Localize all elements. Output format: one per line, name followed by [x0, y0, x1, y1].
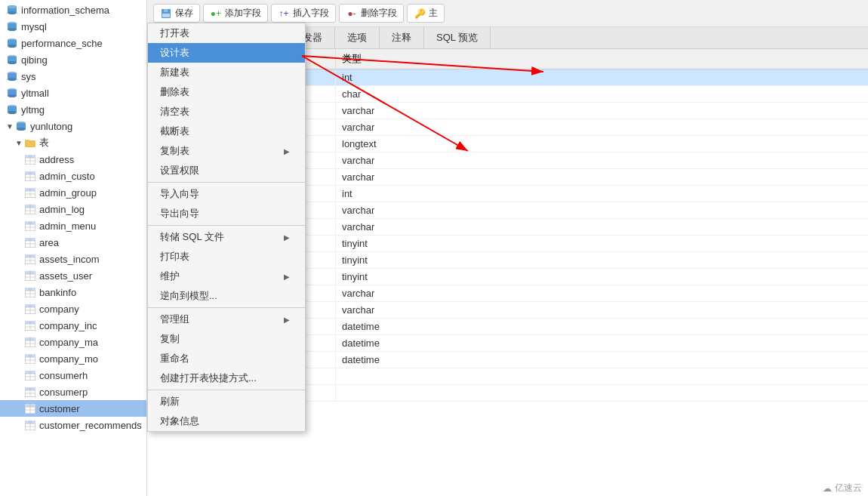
menu-item-design-table[interactable]: 设计表	[148, 43, 305, 63]
save-label: 保存	[175, 7, 193, 20]
menu-item-transfer-sql[interactable]: 转储 SQL 文件 ▶	[148, 227, 305, 247]
sidebar-item-admin_menu[interactable]: admin_menu	[0, 217, 146, 234]
cell-field-type: datetime	[336, 352, 868, 368]
menu-item-clear-table[interactable]: 清空表	[148, 102, 305, 122]
sidebar-item-assets_incom[interactable]: assets_incom	[0, 251, 146, 267]
sidebar-item-mysql[interactable]: mysql	[0, 18, 146, 35]
svg-point-6	[8, 28, 17, 31]
menu-item-open-table[interactable]: 打开表	[148, 23, 305, 43]
svg-point-2	[8, 11, 17, 14]
sidebar-item-company[interactable]: company	[0, 300, 146, 317]
menu-item-copy[interactable]: 复制	[148, 329, 305, 349]
menu-item-delete-table[interactable]: 删除表	[148, 82, 305, 102]
sidebar-item-yunlutong[interactable]: ▼ yunlutong	[0, 118, 146, 134]
sidebar-item-yltmall[interactable]: yltmall	[0, 85, 146, 101]
cell-field-type: datetime	[336, 319, 868, 334]
menu-item-truncate-table[interactable]: 截断表	[148, 122, 305, 141]
menu-item-import-wizard[interactable]: 导入向导	[148, 184, 305, 204]
add-field-icon: ●+	[210, 8, 222, 20]
sidebar-item-sys[interactable]: sys	[0, 68, 146, 85]
sidebar-item-customer_recommends[interactable]: customer_recommends	[0, 417, 146, 433]
sidebar-item-address[interactable]: address	[0, 151, 146, 168]
insert-field-icon: ↑+	[278, 8, 290, 20]
cell-field-type: varchar	[336, 302, 868, 318]
table-icon	[24, 419, 36, 431]
svg-point-12	[8, 61, 17, 64]
svg-rect-113	[164, 9, 168, 12]
key-button[interactable]: 🔑 主	[407, 4, 445, 23]
menu-item-set-permissions[interactable]: 设置权限	[148, 161, 305, 180]
menu-item-rename[interactable]: 重命名	[148, 349, 305, 368]
sidebar-item-company_ma[interactable]: company_ma	[0, 334, 146, 350]
sidebar-item-consumerh[interactable]: consumerh	[0, 367, 146, 384]
db-icon	[6, 4, 18, 16]
sidebar-item-company_mo[interactable]: company_mo	[0, 350, 146, 367]
db-icon	[6, 54, 18, 66]
menu-item-create-shortcut[interactable]: 创建打开表快捷方式...	[148, 368, 305, 388]
add-field-button[interactable]: ●+ 添加字段	[203, 4, 268, 23]
watermark: ☁ 亿速云	[823, 482, 862, 494]
sidebar-item-company_inc[interactable]: company_inc	[0, 317, 146, 334]
sidebar-item-admin_custo[interactable]: admin_custo	[0, 168, 146, 184]
cell-field-type: tinyint	[336, 252, 868, 268]
menu-item-maintenance[interactable]: 维护 ▶	[148, 266, 305, 286]
sidebar-item-label: area	[39, 237, 59, 248]
menu-item-object-info[interactable]: 对象信息	[148, 411, 305, 431]
menu-item-print-table[interactable]: 打印表	[148, 247, 305, 266]
sidebar-item-admin_log[interactable]: admin_log	[0, 201, 146, 217]
menu-item-new-table[interactable]: 新建表	[148, 63, 305, 82]
sidebar-item-consumerp[interactable]: consumerp	[0, 384, 146, 400]
menu-item-export-wizard[interactable]: 导出向导	[148, 204, 305, 223]
svg-point-18	[8, 94, 17, 97]
svg-point-9	[8, 45, 17, 48]
sidebar-item-customer[interactable]: customer	[0, 400, 146, 417]
table-icon	[24, 186, 36, 199]
cell-field-type: varchar	[336, 202, 868, 218]
sidebar-item-assets_user[interactable]: assets_user	[0, 267, 146, 284]
submenu-arrow: ▶	[284, 233, 290, 242]
table-icon	[24, 386, 36, 398]
menu-item-refresh[interactable]: 刷新	[148, 392, 305, 411]
cell-field-type: tinyint	[336, 236, 868, 251]
sidebar-item-admin_group[interactable]: admin_group	[0, 184, 146, 201]
table-icon	[24, 286, 36, 298]
sidebar-item-label: qibing	[21, 54, 48, 66]
table-icon	[24, 170, 36, 182]
sidebar-item-label: consumerh	[39, 370, 88, 381]
add-field-label: 添加字段	[225, 7, 261, 20]
sidebar-item-area[interactable]: area	[0, 234, 146, 251]
submenu-arrow: ▶	[284, 273, 290, 281]
sidebar-item-label: assets_user	[39, 270, 92, 282]
watermark-text: 亿速云	[835, 482, 862, 494]
table-icon	[24, 369, 36, 381]
sidebar-item-bankinfo[interactable]: bankinfo	[0, 284, 146, 300]
sidebar-item-information_schema[interactable]: information_schema	[0, 2, 146, 18]
sidebar-item-yltmg[interactable]: yltmg	[0, 101, 146, 118]
insert-field-button[interactable]: ↑+ 插入字段	[271, 4, 336, 23]
menu-item-copy-table[interactable]: 复制表 ▶	[148, 141, 305, 161]
sidebar-item-label: yltmall	[21, 88, 49, 99]
svg-point-3	[8, 5, 17, 8]
sidebar-item-label: performance_sche	[21, 38, 103, 49]
save-icon	[160, 8, 172, 20]
sidebar-item-qibing[interactable]: qibing	[0, 51, 146, 68]
sidebar-item-label: address	[39, 154, 74, 165]
tab-options[interactable]: 选项	[335, 27, 380, 48]
delete-field-button[interactable]: ●- 删除字段	[339, 4, 404, 23]
db-icon	[6, 103, 18, 116]
table-icon	[24, 270, 36, 282]
tab-sql-preview[interactable]: SQL 预览	[424, 27, 491, 48]
svg-rect-26	[25, 140, 29, 142]
tab-comment[interactable]: 注释	[380, 27, 424, 48]
sidebar-item-tables-folder[interactable]: ▼ 表	[0, 134, 146, 151]
menu-item-reverse-model[interactable]: 逆向到模型...	[148, 286, 305, 306]
save-button[interactable]: 保存	[153, 4, 200, 23]
cell-field-type: varchar	[336, 285, 868, 301]
svg-point-15	[8, 78, 17, 81]
cell-field-type	[336, 374, 868, 379]
sidebar-item-performance[interactable]: performance_sche	[0, 35, 146, 51]
menu-item-manage-group[interactable]: 管理组 ▶	[148, 310, 305, 329]
table-icon	[24, 336, 36, 348]
sidebar-item-label: consumerp	[39, 387, 88, 398]
cell-field-type: varchar	[336, 119, 868, 135]
